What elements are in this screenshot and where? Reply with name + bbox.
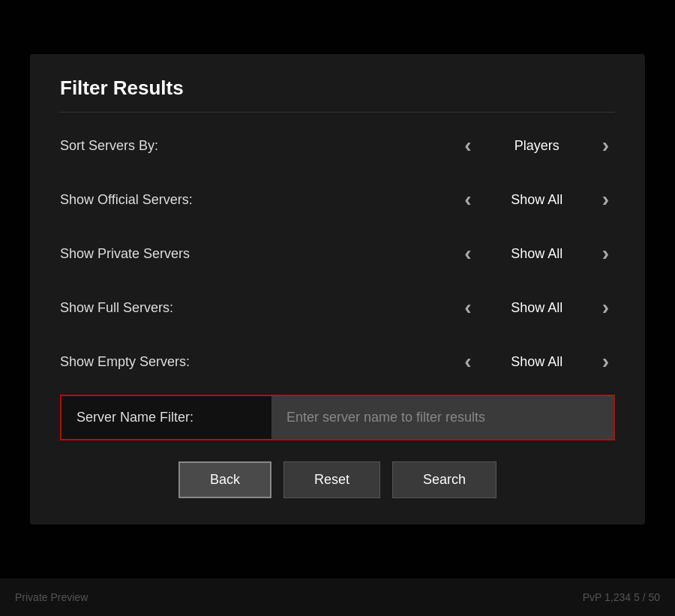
filter-left-show-private-servers[interactable] [458,240,477,267]
filter-rows-container: Sort Servers By:PlayersShow Official Ser… [60,119,615,389]
filter-label-show-official-servers: Show Official Servers: [60,192,270,208]
server-name-filter-row: Server Name Filter: [60,395,615,440]
chevron-left-icon [464,244,471,264]
filter-right-show-private-servers[interactable] [596,240,615,267]
filter-control-show-private-servers: Show All [458,240,615,267]
filter-label-show-full-servers: Show Full Servers: [60,300,270,316]
bottom-bar-left: Private Preview [15,591,88,603]
filter-right-sort-servers-by[interactable] [596,132,615,159]
chevron-right-icon [602,136,609,156]
filter-control-show-official-servers: Show All [458,186,615,213]
chevron-right-icon [602,298,609,318]
chevron-right-icon [602,190,609,210]
divider [60,112,615,113]
server-name-label: Server Name Filter: [62,396,272,439]
modal-title: Filter Results [60,77,615,100]
filter-left-show-empty-servers[interactable] [458,348,477,375]
back-button[interactable]: Back [178,461,272,498]
filter-label-show-empty-servers: Show Empty Servers: [60,354,270,370]
filter-value-show-private-servers: Show All [496,246,578,262]
filter-control-show-full-servers: Show All [458,294,615,321]
chevron-left-icon [464,190,471,210]
filter-control-show-empty-servers: Show All [458,348,615,375]
filter-row-sort-servers-by: Sort Servers By:Players [60,119,615,173]
filter-right-show-official-servers[interactable] [596,186,615,213]
modal-overlay: Filter Results Sort Servers By:PlayersSh… [0,0,675,578]
filter-value-show-full-servers: Show All [496,300,578,316]
chevron-left-icon [464,298,471,318]
filter-left-show-full-servers[interactable] [458,294,477,321]
chevron-left-icon [464,352,471,372]
filter-row-show-full-servers: Show Full Servers:Show All [60,281,615,335]
action-buttons: Back Reset Search [60,461,615,498]
filter-value-show-official-servers: Show All [496,192,578,208]
filter-value-show-empty-servers: Show All [496,354,578,370]
bottom-bar-right: PvP 1,234 5 / 50 [583,591,660,603]
filter-row-show-private-servers: Show Private ServersShow All [60,227,615,281]
filter-left-show-official-servers[interactable] [458,186,477,213]
chevron-left-icon [464,136,471,156]
chevron-right-icon [602,244,609,264]
filter-row-show-official-servers: Show Official Servers:Show All [60,173,615,227]
chevron-right-icon [602,352,609,372]
search-button[interactable]: Search [392,461,496,498]
filter-left-sort-servers-by[interactable] [458,132,477,159]
filter-modal: Filter Results Sort Servers By:PlayersSh… [30,54,645,524]
filter-control-sort-servers-by: Players [458,132,615,159]
filter-row-show-empty-servers: Show Empty Servers:Show All [60,335,615,389]
filter-right-show-empty-servers[interactable] [596,348,615,375]
filter-value-sort-servers-by: Players [496,138,578,154]
server-name-input[interactable] [272,396,614,439]
reset-button[interactable]: Reset [284,461,380,498]
filter-right-show-full-servers[interactable] [596,294,615,321]
bottom-bar: Private Preview PvP 1,234 5 / 50 [0,578,675,616]
filter-label-sort-servers-by: Sort Servers By: [60,138,270,154]
filter-label-show-private-servers: Show Private Servers [60,246,270,262]
